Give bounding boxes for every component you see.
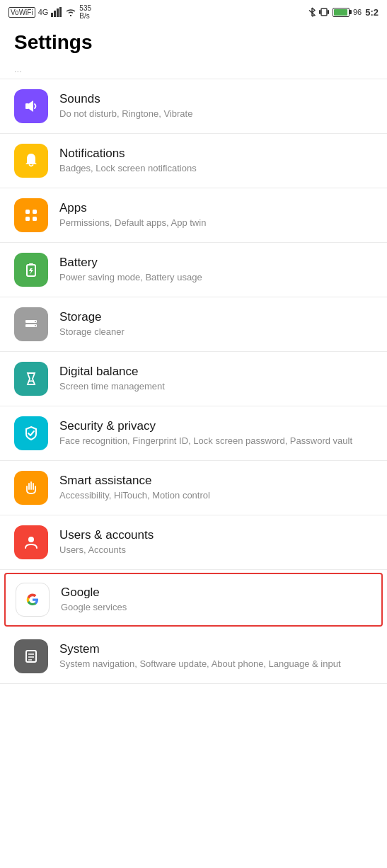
users-accounts-subtitle: Users, Accounts: [59, 544, 373, 556]
svg-rect-9: [33, 210, 37, 214]
status-right: 96 5:2: [308, 7, 379, 18]
digital-balance-title: Digital balance: [59, 365, 373, 379]
svg-rect-5: [319, 10, 320, 14]
settings-item-sounds[interactable]: Sounds Do not disturb, Ringtone, Vibrate: [0, 79, 387, 134]
svg-point-17: [35, 325, 36, 326]
vibrate-icon: [319, 7, 329, 17]
battery-subtitle: Power saving mode, Battery usage: [59, 271, 373, 284]
bell-icon: [21, 151, 41, 171]
partial-item: ...: [0, 59, 387, 79]
sounds-title: Sounds: [59, 92, 373, 106]
smart-assistance-icon-wrap: [14, 471, 48, 505]
google-text: Google Google services: [61, 586, 371, 614]
smart-assistance-title: Smart assistance: [59, 474, 373, 488]
sounds-icon-wrap: [14, 89, 48, 123]
settings-item-notifications[interactable]: Notifications Badges, Lock screen notifi…: [0, 134, 387, 188]
battery-text: Battery Power saving mode, Battery usage: [59, 256, 373, 284]
google-icon-wrap: [16, 583, 50, 617]
system-subtitle: System navigation, Software update, Abou…: [59, 658, 373, 670]
svg-rect-4: [321, 8, 327, 16]
apps-title: Apps: [59, 201, 373, 215]
smart-assistance-subtitle: Accessibility, HiTouch, Motion control: [59, 489, 373, 502]
svg-point-16: [35, 321, 36, 322]
storage-title: Storage: [59, 310, 373, 324]
system-title: System: [59, 642, 373, 656]
svg-rect-8: [25, 210, 30, 214]
settings-item-smart-assistance[interactable]: Smart assistance Accessibility, HiTouch,…: [0, 461, 387, 515]
digital-balance-icon-wrap: [14, 362, 48, 396]
settings-list: Sounds Do not disturb, Ringtone, Vibrate…: [0, 79, 387, 684]
sounds-subtitle: Do not disturb, Ringtone, Vibrate: [59, 108, 373, 120]
bluetooth-icon: [308, 7, 316, 17]
svg-rect-13: [29, 263, 33, 265]
apps-text: Apps Permissions, Default apps, App twin: [59, 201, 373, 229]
battery-icon: [333, 8, 350, 17]
svg-rect-10: [25, 217, 30, 221]
hand-icon: [21, 478, 41, 498]
page-title: Settings: [0, 23, 387, 59]
notifications-title: Notifications: [59, 147, 373, 161]
settings-item-battery[interactable]: Battery Power saving mode, Battery usage: [0, 243, 387, 297]
smart-assistance-text: Smart assistance Accessibility, HiTouch,…: [59, 474, 373, 502]
security-icon-wrap: [14, 416, 48, 450]
settings-item-users-accounts[interactable]: Users & accounts Users, Accounts: [0, 515, 387, 570]
settings-item-digital-balance[interactable]: Digital balance Screen time management: [0, 352, 387, 406]
battery-charge-icon: [21, 260, 41, 280]
hourglass-icon: [21, 369, 41, 389]
notifications-text: Notifications Badges, Lock screen notifi…: [59, 147, 373, 175]
apps-icon-wrap: [14, 198, 48, 232]
battery-title: Battery: [59, 256, 373, 270]
users-accounts-text: Users & accounts Users, Accounts: [59, 528, 373, 556]
google-title: Google: [61, 586, 371, 600]
storage-subtitle: Storage cleaner: [59, 326, 373, 338]
storage-text: Storage Storage cleaner: [59, 310, 373, 338]
notifications-icon-wrap: [14, 144, 48, 178]
svg-rect-7: [25, 103, 29, 109]
sound-icon: [21, 96, 41, 116]
settings-item-google[interactable]: Google Google services: [4, 573, 383, 627]
vowifi-label: VoWiFi: [8, 7, 35, 18]
settings-item-apps[interactable]: Apps Permissions, Default apps, App twin: [0, 188, 387, 243]
notifications-subtitle: Badges, Lock screen notifications: [59, 162, 373, 175]
settings-item-storage[interactable]: Storage Storage cleaner: [0, 297, 387, 352]
info-icon: [21, 646, 41, 666]
users-icon-wrap: [14, 525, 48, 559]
svg-rect-1: [54, 11, 56, 17]
sounds-text: Sounds Do not disturb, Ringtone, Vibrate: [59, 92, 373, 120]
time-display: 5:2: [365, 7, 379, 18]
battery-icon-wrap: [14, 253, 48, 287]
svg-rect-0: [51, 13, 53, 17]
svg-rect-11: [33, 217, 37, 221]
users-accounts-title: Users & accounts: [59, 528, 373, 542]
svg-point-20: [28, 537, 34, 542]
status-left: VoWiFi 4G 535B/s: [8, 4, 91, 20]
security-title: Security & privacy: [59, 419, 373, 433]
shield-icon: [21, 423, 41, 443]
google-g-icon: [23, 590, 42, 610]
system-text: System System navigation, Software updat…: [59, 642, 373, 670]
google-subtitle: Google services: [61, 601, 371, 614]
person-icon: [21, 532, 41, 552]
signal-bars-icon: [51, 7, 62, 17]
status-bar: VoWiFi 4G 535B/s 96 5:2: [0, 0, 387, 23]
signal-4g: 4G: [38, 8, 49, 16]
security-text: Security & privacy Face recognition, Fin…: [59, 419, 373, 447]
digital-balance-subtitle: Screen time management: [59, 380, 373, 393]
system-icon-wrap: [14, 639, 48, 673]
svg-rect-6: [328, 10, 329, 14]
security-subtitle: Face recognition, Fingerprint ID, Lock s…: [59, 435, 373, 447]
storage-icon-wrap: [14, 307, 48, 341]
svg-rect-2: [57, 8, 59, 17]
settings-item-security[interactable]: Security & privacy Face recognition, Fin…: [0, 406, 387, 461]
storage-icon: [21, 314, 41, 334]
svg-rect-3: [59, 7, 62, 17]
data-speed: 535B/s: [79, 4, 91, 20]
apps-subtitle: Permissions, Default apps, App twin: [59, 217, 373, 229]
apps-grid-icon: [21, 205, 41, 225]
settings-item-system[interactable]: System System navigation, Software updat…: [0, 629, 387, 684]
wifi-icon: [65, 7, 76, 17]
digital-balance-text: Digital balance Screen time management: [59, 365, 373, 393]
battery-percent: 96: [353, 8, 362, 16]
